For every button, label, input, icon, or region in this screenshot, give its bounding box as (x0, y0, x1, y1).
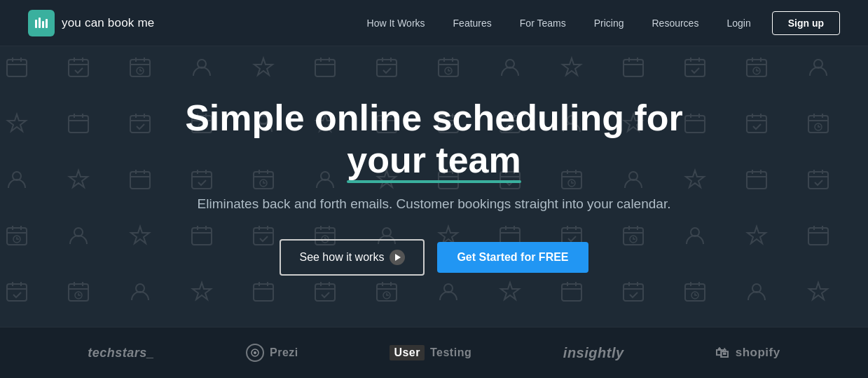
svg-rect-8 (69, 60, 88, 76)
svg-marker-198 (501, 283, 519, 299)
shopify-logo: 🛍 shopify (715, 345, 780, 361)
nav-pricing[interactable]: Pricing (580, 0, 638, 46)
bg-calendar-icon (171, 46, 233, 95)
svg-rect-23 (377, 60, 397, 76)
bg-calendar-icon (0, 264, 48, 320)
login-link[interactable]: Login (712, 0, 764, 46)
svg-rect-128 (808, 172, 828, 189)
prezi-circle-icon (246, 344, 264, 362)
bg-calendar-icon (787, 151, 849, 208)
bg-calendar-icon (787, 264, 849, 320)
svg-rect-0 (35, 20, 37, 28)
bg-calendar-icon (233, 46, 294, 95)
bg-calendar-icon (787, 95, 849, 151)
svg-point-215 (254, 351, 256, 354)
svg-rect-49 (69, 116, 88, 133)
bg-calendar-icon (0, 151, 48, 208)
bg-calendar-icon (602, 46, 664, 95)
bg-calendar-icon (48, 46, 109, 95)
hero-title-highlight: your team (347, 140, 521, 182)
prezi-logo: Prezi (246, 344, 298, 362)
svg-rect-4 (7, 60, 27, 76)
hero-title: Simple online scheduling for your team (133, 97, 736, 182)
logos-bar: techstars_ Prezi UserTesting insightly 🛍… (0, 327, 868, 378)
svg-rect-203 (624, 284, 643, 301)
bg-calendar-icon (726, 46, 787, 95)
bg-calendar-icon (48, 264, 109, 320)
svg-rect-3 (46, 19, 48, 28)
bg-calendar-icon (418, 46, 479, 95)
svg-marker-168 (748, 227, 766, 243)
svg-rect-173 (7, 284, 27, 301)
logo-icon (28, 10, 55, 36)
get-started-button[interactable]: Get Started for FREE (437, 242, 588, 273)
svg-rect-184 (254, 284, 273, 301)
nav-features[interactable]: Features (439, 0, 506, 46)
svg-marker-93 (69, 170, 88, 187)
svg-marker-183 (193, 283, 211, 299)
shopify-bag-icon: 🛍 (715, 345, 730, 361)
bg-calendar-icon (479, 46, 541, 95)
bg-calendar-icon (0, 95, 48, 151)
svg-rect-83 (747, 116, 766, 133)
hero-content: Simple online scheduling for your team E… (119, 97, 750, 276)
insightly-logo: insightly (563, 345, 624, 361)
hero-buttons: See how it works Get Started for FREE (133, 239, 736, 276)
usertesting-logo: UserTesting (390, 345, 471, 360)
techstars-logo: techstars_ (88, 346, 154, 360)
svg-rect-1 (39, 18, 41, 28)
svg-rect-34 (624, 60, 643, 76)
hero-subtitle: Eliminates back and forth emails. Custom… (133, 194, 736, 215)
svg-rect-19 (315, 60, 335, 76)
svg-rect-188 (315, 284, 335, 301)
bg-calendar-icon (48, 95, 109, 151)
svg-rect-169 (808, 228, 828, 245)
bg-calendar-icon (48, 151, 109, 208)
svg-rect-2 (42, 21, 44, 28)
bg-calendar-icon (109, 46, 171, 95)
svg-marker-18 (254, 58, 273, 75)
svg-marker-213 (809, 283, 827, 299)
bg-calendar-icon (787, 46, 849, 95)
svg-rect-38 (685, 60, 705, 76)
bg-calendar-icon (664, 46, 726, 95)
bg-calendar-icon (0, 208, 48, 264)
bg-calendar-icon (48, 208, 109, 264)
svg-rect-199 (562, 284, 581, 301)
nav-for-teams[interactable]: For Teams (506, 0, 580, 46)
navbar: you can book me How It Works Features Fo… (0, 0, 868, 46)
logo-link[interactable]: you can book me (28, 10, 154, 36)
bg-calendar-icon (0, 46, 48, 95)
bg-calendar-icon (541, 46, 602, 95)
bg-calendar-icon (294, 46, 356, 95)
logo-text: you can book me (62, 16, 154, 30)
nav-resources[interactable]: Resources (638, 0, 712, 46)
signup-button[interactable]: Sign up (772, 11, 840, 35)
nav-how-it-works[interactable]: How It Works (353, 0, 439, 46)
bg-calendar-icon (787, 208, 849, 264)
svg-rect-124 (747, 172, 766, 189)
play-icon (390, 250, 405, 265)
bg-calendar-icon (356, 46, 418, 95)
see-how-button[interactable]: See how it works (280, 239, 425, 276)
hero-section: // Will be populated by JS below Simple … (0, 46, 868, 327)
svg-marker-33 (563, 58, 581, 75)
svg-marker-48 (8, 114, 26, 131)
nav-links: How It Works Features For Teams Pricing … (353, 0, 713, 46)
